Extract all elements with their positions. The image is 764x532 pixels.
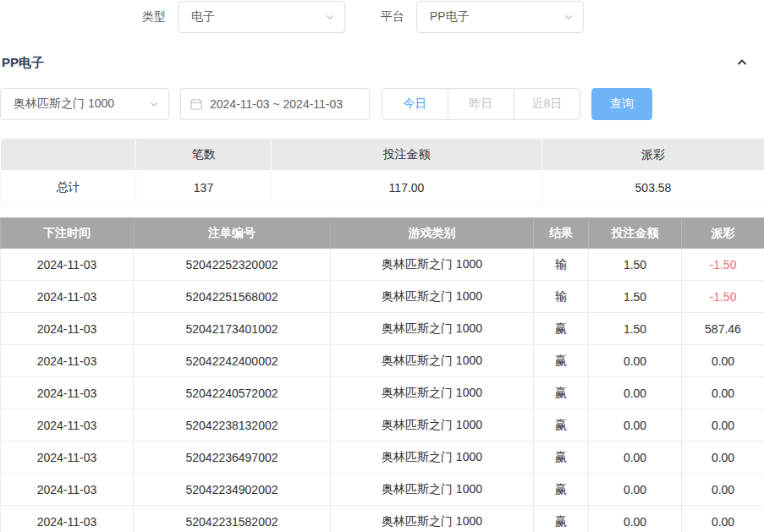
quick-date-button-group: 今日 昨日 近8日 [382,88,580,120]
chevron-down-icon [148,98,160,110]
bet-time-cell: 2024-11-03 [1,281,134,313]
game-name-cell: 奥林匹斯之门 1000 [331,442,534,474]
type-label: 类型 [142,9,166,25]
page-title: PP电子 [2,55,44,71]
bet-id-cell: 52042240572002 [134,377,331,409]
bet-time-cell: 2024-11-03 [1,442,134,474]
payout-cell: 0.00 [682,442,764,474]
section-header: PP电子 [0,53,764,72]
result-cell: 赢 [534,409,589,442]
payout-cell: -1.50 [682,249,764,281]
platform-select-value: PP电子 [430,9,470,25]
payout-cell: 0.00 [682,506,764,532]
table-row: 2024-11-0352042231582002奥林匹斯之门 1000赢0.00… [1,506,764,532]
platform-select[interactable]: PP电子 [416,1,584,33]
search-button[interactable]: 查询 [591,88,652,120]
date-range-value: 2024-11-03 ~ 2024-11-03 [210,97,343,111]
payout-cell: 0.00 [682,377,764,409]
table-row: 2024-11-0352042173401002奥林匹斯之门 1000赢1.50… [1,313,764,345]
summary-header-count: 笔数 [136,139,272,171]
table-row: 2024-11-0352042240572002奥林匹斯之门 1000赢0.00… [1,377,764,409]
result-cell: 输 [534,281,589,313]
game-name-cell: 奥林匹斯之门 1000 [331,506,534,532]
bet-id-cell: 52042242400002 [134,345,331,377]
chevron-down-icon [563,11,574,23]
table-row: 2024-11-0352042238132002奥林匹斯之门 1000赢0.00… [1,409,764,442]
bet-amount-cell: 1.50 [589,313,682,345]
bet-time-cell: 2024-11-03 [1,409,134,442]
last-8-days-button[interactable]: 近8日 [514,88,580,120]
bet-time-cell: 2024-11-03 [1,506,134,532]
bet-amount-cell: 0.00 [589,474,682,506]
payout-cell: 0.00 [682,345,764,377]
bet-amount-cell: 1.50 [589,281,682,313]
bet-time-cell: 2024-11-03 [1,474,134,506]
records-header-result: 结果 [534,218,589,249]
game-name-cell: 奥林匹斯之门 1000 [331,281,534,313]
result-cell: 赢 [534,345,589,377]
payout-cell: 0.00 [682,409,764,442]
date-range-picker[interactable]: 2024-11-03 ~ 2024-11-03 [180,88,370,120]
game-select-value: 奥林匹斯之门 1000 [14,96,114,112]
chevron-down-icon [324,11,336,23]
bet-time-cell: 2024-11-03 [1,313,134,345]
today-button[interactable]: 今日 [382,88,448,120]
bet-id-cell: 52042252320002 [134,249,331,281]
bet-amount-cell: 0.00 [589,506,682,532]
table-row: 2024-11-0352042251568002奥林匹斯之门 1000输1.50… [1,281,764,313]
game-name-cell: 奥林匹斯之门 1000 [331,313,534,345]
bet-time-cell: 2024-11-03 [1,345,134,377]
payout-cell: 0.00 [682,474,764,506]
table-row: 2024-11-0352042242400002奥林匹斯之门 1000赢0.00… [1,345,764,377]
table-row: 2024-11-0352042252320002奥林匹斯之门 1000输1.50… [1,249,764,281]
records-header-bet-time: 下注时间 [1,218,134,249]
table-row: 2024-11-0352042236497002奥林匹斯之门 1000赢0.00… [1,442,764,474]
bet-id-cell: 52042251568002 [134,281,331,313]
bet-time-cell: 2024-11-03 [1,377,134,409]
summary-header-bet-amount: 投注金额 [272,139,542,171]
result-cell: 输 [534,249,589,281]
bet-id-cell: 52042238132002 [134,409,331,442]
bet-id-cell: 52042236497002 [134,442,331,474]
game-name-cell: 奥林匹斯之门 1000 [331,249,534,281]
summary-header-empty [1,139,136,171]
summary-total-label: 总计 [1,171,136,205]
bet-time-cell: 2024-11-03 [1,249,134,281]
bet-amount-cell: 1.50 [589,249,682,281]
bet-amount-cell: 0.00 [589,442,682,474]
records-table: 下注时间 注单编号 游戏类别 结果 投注金额 派彩 2024-11-035204… [0,217,764,532]
chevron-up-icon[interactable] [735,56,749,69]
yesterday-button[interactable]: 昨日 [448,88,514,120]
game-select[interactable]: 奥林匹斯之门 1000 [0,88,169,120]
bet-amount-cell: 0.00 [589,377,682,409]
type-select[interactable]: 电子 [178,1,345,33]
summary-total-count: 137 [136,171,272,205]
records-header-game-category: 游戏类别 [331,218,534,249]
top-filter-row: 类型 电子 平台 PP电子 [0,0,764,34]
table-row: 2024-11-0352042234902002奥林匹斯之门 1000赢0.00… [1,474,764,506]
records-header-bet-amount: 投注金额 [589,218,682,249]
result-cell: 赢 [534,377,589,409]
summary-header-payout: 派彩 [542,139,764,171]
summary-total-bet-amount: 117.00 [272,171,542,205]
type-select-value: 电子 [191,9,215,25]
game-name-cell: 奥林匹斯之门 1000 [331,377,534,409]
payout-cell: -1.50 [682,281,764,313]
calendar-icon [190,97,203,111]
summary-total-payout: 503.58 [542,171,764,205]
bet-id-cell: 52042173401002 [134,313,331,345]
bet-id-cell: 52042231582002 [134,506,331,532]
game-name-cell: 奥林匹斯之门 1000 [331,409,534,442]
filter-bar: 奥林匹斯之门 1000 2024-11-03 ~ 2024-11-03 今日 昨… [0,88,764,120]
bet-amount-cell: 0.00 [589,409,682,442]
bet-id-cell: 52042234902002 [134,474,331,506]
game-name-cell: 奥林匹斯之门 1000 [331,345,534,377]
summary-table: 笔数 投注金额 派彩 总计 137 117.00 503.58 [0,138,764,205]
records-header-payout: 派彩 [682,218,764,249]
payout-cell: 587.46 [682,313,764,345]
bet-amount-cell: 0.00 [589,345,682,377]
summary-total-row: 总计 137 117.00 503.58 [1,171,764,205]
records-table-body: 2024-11-0352042252320002奥林匹斯之门 1000输1.50… [1,249,764,532]
result-cell: 赢 [534,442,589,474]
records-header-bet-id: 注单编号 [134,218,331,249]
